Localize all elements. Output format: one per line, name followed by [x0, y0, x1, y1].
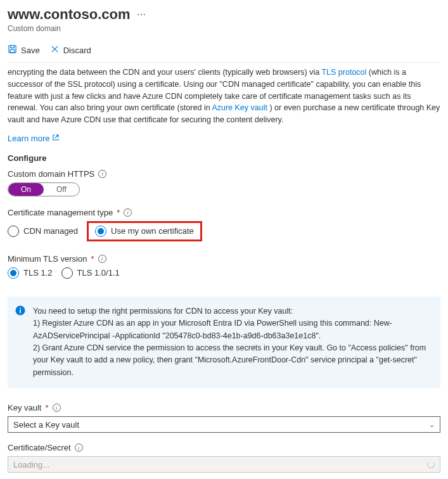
cert-own-radio[interactable]: Use my own certificate	[95, 226, 194, 237]
page-subtitle: Custom domain	[8, 24, 440, 33]
required-mark: *	[45, 403, 48, 412]
keyvault-select[interactable]: Select a Key vault ⌄	[8, 416, 440, 433]
more-icon[interactable]: ⋯	[137, 10, 146, 20]
required-mark: *	[117, 208, 120, 217]
tls-protocol-link[interactable]: TLS protocol	[321, 68, 366, 77]
external-link-icon	[52, 134, 60, 143]
page-title: www.contoso.com	[8, 6, 131, 23]
highlight-box: Use my own certificate	[87, 221, 202, 241]
svg-rect-0	[9, 46, 16, 53]
info-panel: You need to setup the right permissions …	[8, 297, 440, 388]
info-step2: 2) Grant Azure CDN service the permissio…	[33, 342, 432, 379]
save-label: Save	[21, 46, 40, 55]
close-icon	[50, 44, 60, 56]
spinner-icon	[427, 461, 435, 468]
info-icon[interactable]: i	[53, 404, 61, 412]
description-text: encrypting the data between the CDN and …	[8, 67, 440, 126]
info-icon[interactable]: i	[98, 255, 106, 263]
configure-heading: Configure	[8, 153, 440, 163]
save-button[interactable]: Save	[8, 44, 40, 56]
discard-label: Discard	[63, 46, 91, 55]
divider	[8, 62, 440, 63]
radio-icon	[8, 267, 19, 279]
tls-12-radio[interactable]: TLS 1.2	[8, 267, 53, 279]
toggle-on: On	[8, 183, 44, 196]
radio-icon	[8, 226, 19, 237]
cert-secret-label: Certificate/Secret	[8, 443, 71, 452]
info-icon[interactable]: i	[75, 444, 83, 452]
required-mark: *	[91, 254, 94, 264]
cert-type-label: Certificate management type	[8, 208, 113, 217]
discard-button[interactable]: Discard	[50, 44, 91, 56]
tls-version-label: Minimum TLS version	[8, 254, 87, 264]
tls-10-radio[interactable]: TLS 1.0/1.1	[61, 267, 120, 279]
keyvault-label: Key vault	[8, 403, 41, 412]
info-panel-icon	[15, 305, 25, 319]
save-icon	[8, 44, 17, 56]
svg-rect-1	[10, 49, 15, 53]
cert-secret-select: Loading...	[8, 456, 440, 473]
https-label: Custom domain HTTPS	[8, 169, 94, 179]
azure-key-vault-link[interactable]: Azure Key vault	[212, 103, 267, 112]
chevron-down-icon: ⌄	[429, 421, 435, 429]
svg-point-3	[20, 307, 21, 309]
info-icon[interactable]: i	[124, 208, 132, 217]
radio-icon	[61, 267, 73, 279]
cert-cdn-managed-radio[interactable]: CDN managed	[8, 226, 78, 237]
radio-icon	[95, 226, 106, 237]
https-toggle[interactable]: On Off	[8, 182, 80, 196]
svg-rect-4	[20, 309, 21, 313]
learn-more-link[interactable]: Learn more	[8, 134, 60, 143]
info-icon[interactable]: i	[98, 170, 106, 178]
info-intro: You need to setup the right permissions …	[33, 305, 432, 317]
toggle-off: Off	[44, 183, 79, 196]
info-step1: 1) Register Azure CDN as an app in your …	[33, 317, 432, 342]
